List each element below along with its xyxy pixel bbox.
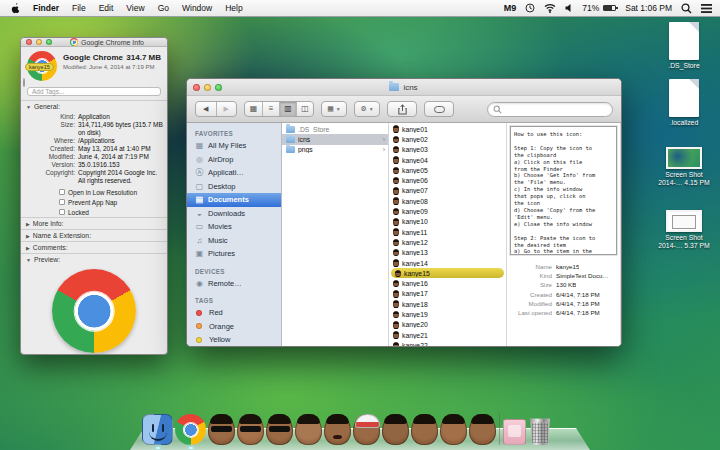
add-tags-input[interactable]: Add Tags... xyxy=(27,87,161,96)
apple-menu-icon[interactable] xyxy=(10,2,20,14)
close-button[interactable] xyxy=(26,39,32,45)
menu-file[interactable]: File xyxy=(72,3,86,13)
file-row[interactable]: kanye17 xyxy=(389,289,506,299)
dragged-kanye-icon[interactable] xyxy=(23,78,25,87)
desktop-icon[interactable]: .DS_Store xyxy=(648,22,720,70)
file-row[interactable]: kanye18 xyxy=(389,299,506,309)
menu-clock[interactable]: Sat 1:06 PM xyxy=(625,3,672,13)
kanye-face-icon[interactable] xyxy=(237,414,264,445)
section-preview[interactable]: ▼ Preview: xyxy=(21,253,167,265)
sidebar-item[interactable]: Ⓐ Applicati… xyxy=(187,166,281,180)
share-button[interactable] xyxy=(387,101,417,117)
file-row[interactable]: kanye03 xyxy=(389,145,506,155)
file-row[interactable]: kanye19 xyxy=(389,309,506,319)
section-general[interactable]: ▼ General: xyxy=(21,100,167,112)
file-row[interactable]: kanye08 xyxy=(389,196,506,206)
app-status-badge[interactable]: M9 xyxy=(504,3,517,13)
file-row[interactable]: kanye10 xyxy=(389,217,506,227)
notification-center-icon[interactable] xyxy=(701,4,712,13)
finder-titlebar[interactable]: icns xyxy=(187,79,621,96)
menu-go[interactable]: Go xyxy=(158,3,169,13)
disclosure-triangle-icon[interactable]: ▶ xyxy=(26,221,30,227)
menu-finder[interactable]: Finder xyxy=(33,3,59,13)
info-window-titlebar[interactable]: Google Chrome Info xyxy=(21,38,167,47)
close-button[interactable] xyxy=(193,84,200,91)
app-icon-slot[interactable]: kanye15 xyxy=(27,51,57,81)
arrange-button[interactable]: ▦▼ xyxy=(321,101,347,117)
collapsed-section[interactable]: ▶ More Info: xyxy=(21,217,167,229)
kanye-face-icon[interactable] xyxy=(295,414,322,445)
file-row[interactable]: kanye09 xyxy=(389,206,506,216)
minimize-button[interactable] xyxy=(36,39,42,45)
file-row[interactable]: kanye05 xyxy=(389,165,506,175)
kanye-face-icon[interactable] xyxy=(382,414,409,445)
file-row[interactable]: kanye12 xyxy=(389,237,506,247)
chrome-logo-preview[interactable] xyxy=(52,269,136,353)
file-row[interactable]: kanye04 xyxy=(389,155,506,165)
disclosure-triangle-icon[interactable]: ▶ xyxy=(26,233,30,239)
spotlight-icon[interactable] xyxy=(681,3,692,14)
file-row[interactable]: kanye20 xyxy=(389,320,506,330)
wifi-icon[interactable] xyxy=(544,3,556,13)
kanye-face-icon[interactable] xyxy=(411,414,438,445)
checkbox[interactable] xyxy=(59,209,65,215)
pink-box-icon[interactable] xyxy=(503,419,526,445)
back-button[interactable]: ◀ xyxy=(196,105,216,113)
desktop-icon[interactable]: .localized xyxy=(648,79,720,127)
sidebar-item[interactable]: ▭ Movies xyxy=(187,220,281,234)
file-row[interactable]: kanye11 xyxy=(389,227,506,237)
checkbox[interactable] xyxy=(59,189,65,195)
chrome-icon[interactable] xyxy=(175,414,206,445)
file-row[interactable]: pngs xyxy=(282,145,388,155)
sidebar-tag-item[interactable]: Orange xyxy=(187,320,281,334)
file-row[interactable]: kanye02 xyxy=(389,134,506,144)
action-button[interactable]: ⚙▼ xyxy=(354,101,380,117)
desktop-icon[interactable]: Screen Shot 2014-… 4.15 PM xyxy=(648,147,720,187)
sidebar-tag-item[interactable]: Yellow xyxy=(187,333,281,346)
forward-button[interactable]: ▶ xyxy=(217,105,237,113)
kanye-face-icon[interactable] xyxy=(469,414,496,445)
file-row[interactable]: kanye01 xyxy=(389,124,506,134)
trash-icon[interactable] xyxy=(528,417,552,445)
column-view-button[interactable]: ▥ xyxy=(279,102,296,116)
folder-proxy-icon[interactable] xyxy=(389,83,399,91)
coverflow-view-button[interactable]: ◫ xyxy=(296,102,313,116)
menu-help[interactable]: Help xyxy=(225,3,242,13)
sidebar-item[interactable]: ◉ Remote… xyxy=(187,277,281,291)
time-machine-icon[interactable] xyxy=(525,3,535,13)
finder-icon[interactable] xyxy=(142,414,173,445)
collapsed-section[interactable]: ▶ Name & Extension: xyxy=(21,229,167,241)
sidebar-item[interactable]: ▣ Pictures xyxy=(187,247,281,261)
sidebar-item[interactable]: ▤ Documents xyxy=(187,193,281,207)
file-row[interactable]: kanye13 xyxy=(389,248,506,258)
sidebar-item[interactable]: ◒ Downloads xyxy=(187,207,281,221)
desktop-icon[interactable]: Screen Shot 2014-… 5.37 PM xyxy=(648,210,720,250)
kanye-face-icon[interactable] xyxy=(440,414,467,445)
file-row[interactable]: icns xyxy=(282,134,388,144)
tags-button[interactable] xyxy=(424,101,454,117)
checkbox[interactable] xyxy=(59,199,65,205)
battery-indicator[interactable]: 71% xyxy=(582,3,616,13)
file-row[interactable]: kanye22 xyxy=(389,340,506,346)
file-row[interactable]: kanye07 xyxy=(389,186,506,196)
volume-icon[interactable] xyxy=(565,3,573,13)
file-row[interactable]: kanye21 xyxy=(389,330,506,340)
zoom-button[interactable] xyxy=(215,84,222,91)
file-row[interactable]: .DS_Store xyxy=(282,124,388,134)
minimize-button[interactable] xyxy=(204,84,211,91)
sidebar-item[interactable]: ♫ Music xyxy=(187,234,281,248)
disclosure-triangle-icon[interactable]: ▶ xyxy=(26,245,30,251)
kanye-face-icon[interactable] xyxy=(324,414,351,445)
list-view-button[interactable]: ≡ xyxy=(262,102,279,116)
kanye-face-icon[interactable] xyxy=(353,414,380,445)
sidebar-item[interactable]: ◎ AirDrop xyxy=(187,153,281,167)
menu-window[interactable]: Window xyxy=(182,3,212,13)
kanye-face-icon[interactable] xyxy=(266,414,293,445)
checkbox-row[interactable]: Locked xyxy=(21,207,167,217)
sidebar-tag-item[interactable]: Red xyxy=(187,306,281,320)
kanye-face-icon[interactable] xyxy=(208,414,235,445)
file-row[interactable]: kanye06 xyxy=(389,175,506,185)
dock-divider[interactable] xyxy=(498,413,501,445)
menu-edit[interactable]: Edit xyxy=(99,3,114,13)
checkbox-row[interactable]: Prevent App Nap xyxy=(21,197,167,207)
